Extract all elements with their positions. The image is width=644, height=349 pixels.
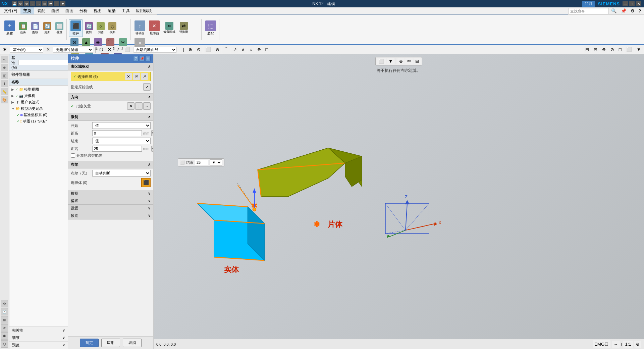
sidebar-icon-extra[interactable]: ✱ — [1, 332, 8, 340]
ribbon-btn-delete-face[interactable]: ✕ 删除面 — [147, 19, 161, 37]
start-type-select[interactable]: 值 — [92, 122, 151, 129]
qa-dropdown-btn[interactable]: ▼ — [60, 1, 65, 6]
filter-select[interactable]: 无选择过滤器 — [53, 47, 93, 53]
start-unit-dropdown[interactable]: ▼ — [151, 130, 153, 136]
nav-item-camera[interactable]: ▶ ✓ 📷 摄像机 — [10, 93, 67, 99]
ribbon-btn-new[interactable]: + 新建 — [3, 19, 17, 37]
tb-icon3[interactable]: ⊙ — [195, 46, 202, 53]
nav-bottom-details[interactable]: 细节 — [9, 334, 68, 342]
ribbon-btn-replace-face[interactable]: ⇄ 替换面 — [177, 21, 190, 35]
nav-filter-input[interactable] — [18, 60, 68, 65]
ribbon-btn-extrude[interactable]: ⬛ 拉伸 — [69, 19, 83, 37]
tb-icon1[interactable]: | — [181, 46, 185, 53]
sidebar-icon-view[interactable]: 👁 — [1, 324, 8, 332]
ribbon-btn-chamfer[interactable]: ◇ 倒斜 — [107, 21, 118, 36]
sidebar-icon-layer[interactable]: ◫ — [1, 72, 8, 79]
qa-fwd-btn[interactable]: → — [36, 1, 41, 6]
start-distance-input[interactable] — [92, 130, 142, 136]
status-emg-btn[interactable]: EMG口 — [593, 340, 610, 348]
section-settings[interactable]: 设置 — [68, 205, 153, 212]
tb-right7[interactable]: ▼ — [635, 46, 643, 53]
section-offset[interactable]: 偏置 — [68, 197, 153, 205]
tb-right1[interactable]: ⊞ — [584, 46, 591, 53]
sidebar-icon-clock[interactable]: 🕐 — [1, 308, 8, 315]
ribbon-btn-revolve[interactable]: 🔄 旋转 — [83, 21, 95, 36]
nav-item-model-views[interactable]: ▶ ✓ 📁 模型视图 — [10, 86, 67, 93]
menu-help-btn[interactable]: ? — [637, 7, 643, 14]
menu-file[interactable]: 文件(F) — [1, 7, 20, 14]
tb-curve-btn1[interactable]: ⬡ — [98, 46, 105, 53]
qa-extra-btn[interactable]: ⊞ — [42, 1, 47, 6]
curve-remove-btn[interactable]: ✕ — [125, 73, 132, 80]
end-type-select[interactable]: 值 — [92, 138, 151, 144]
ec-unit-select[interactable]: ▼ — [210, 159, 222, 165]
sidebar-icon-mesh[interactable]: ⊞ — [1, 316, 8, 323]
search-btn[interactable]: 🔍 — [609, 7, 619, 14]
vector-clear-btn[interactable]: ✕ — [127, 102, 135, 110]
menu-home[interactable]: 主页 — [20, 7, 34, 14]
tb-curve-btn2[interactable]: ✕ — [106, 46, 113, 53]
ribbon-btn-assembly[interactable]: ⬚ 装配 — [204, 19, 218, 37]
tb-right4[interactable]: ⊙ — [609, 46, 616, 53]
tb-icon9[interactable]: ○ — [248, 46, 254, 53]
sidebar-icon-snap[interactable]: ⊕ — [1, 64, 8, 71]
tb-right6[interactable]: ⬜ — [625, 46, 634, 53]
curve-copy-btn[interactable]: ⎘ — [133, 73, 140, 80]
menu-surface[interactable]: 曲面 — [63, 7, 76, 14]
tb-right5[interactable]: □ — [617, 46, 623, 53]
end-unit-dropdown[interactable]: ▼ — [151, 146, 153, 152]
section-draft[interactable]: 拔模 — [68, 190, 153, 197]
ribbon-btn-fillet[interactable]: ○ 倒圆 — [95, 21, 106, 36]
tb-curve-btn4[interactable]: ⬜ — [123, 46, 132, 53]
open-profile-checkbox[interactable] — [71, 153, 75, 158]
menu-curve[interactable]: 曲线 — [49, 7, 62, 14]
nav-item-sketch[interactable]: ✓ □ 草图 (1) "SKE" — [10, 118, 67, 124]
win-maximize-btn[interactable]: □ — [629, 1, 635, 6]
menu-analysis[interactable]: 分析 — [77, 7, 90, 14]
status-1to1-btn[interactable]: 1:1 — [623, 341, 633, 348]
confirm-btn[interactable]: 确定 — [80, 339, 99, 347]
status-fit-btn[interactable]: ⊕ — [634, 341, 641, 348]
vt-snap-btn[interactable]: ⊕ — [397, 58, 405, 64]
section-table-drive[interactable]: 表区域驱动 — [68, 63, 153, 70]
tb-icon8[interactable]: ∧ — [240, 46, 247, 53]
dialog-close-btn[interactable]: ✕ — [145, 56, 151, 61]
ribbon-btn-task[interactable]: 📋 任务 — [17, 21, 29, 36]
menu-tools[interactable]: 工具 — [119, 7, 132, 14]
section-preview[interactable]: 预览 — [68, 212, 153, 219]
qa-window-btn[interactable]: □ — [54, 1, 59, 6]
vector-settings-btn[interactable]: ↔ — [143, 102, 151, 110]
sidebar-icon-select[interactable]: ↖ — [1, 56, 8, 63]
menu-apps[interactable]: 应用模块 — [133, 7, 155, 14]
dialog-pin-btn[interactable]: 📌 — [139, 56, 145, 61]
command-search[interactable] — [569, 8, 609, 14]
vt-view-btn[interactable]: 👁 — [405, 58, 413, 64]
nav-bottom-preview[interactable]: 预览 — [9, 342, 68, 349]
tb-icon10[interactable]: ⊕ — [256, 46, 263, 53]
vt-render-btn[interactable]: ⬜ — [377, 58, 386, 64]
tb-icon5[interactable]: ⊖ — [214, 46, 221, 53]
qa-redo-btn[interactable]: ↻ — [24, 1, 29, 6]
nav-bottom-relations[interactable]: 相关性 — [9, 327, 68, 334]
qa-undo-btn[interactable]: ↺ — [18, 1, 23, 6]
nav-item-model-history[interactable]: ▼ 📂 模型历史记录 — [10, 105, 67, 112]
sidebar-icon-measure[interactable]: 📏 — [1, 88, 8, 95]
tb-icon11[interactable]: □ — [264, 46, 270, 53]
menu-assembly[interactable]: 装配 — [35, 7, 48, 14]
origin-curve-action-btn[interactable]: ↗ — [143, 83, 151, 91]
sidebar-icon-color[interactable]: 🎨 — [1, 96, 8, 103]
dialog-help-btn[interactable]: ? — [133, 56, 139, 61]
tb-snap-btn[interactable]: ✱ — [1, 46, 8, 53]
ec-value-input[interactable] — [195, 160, 208, 165]
menu-settings-btn[interactable]: ⚙ — [629, 7, 636, 14]
bool-type-select[interactable]: 自动判断 — [92, 170, 151, 177]
cancel-btn[interactable]: 取消 — [123, 339, 142, 347]
ribbon-btn-update[interactable]: 🔄 更新 — [42, 21, 53, 36]
vt-orient-btn[interactable]: ⊞ — [414, 58, 421, 64]
filter-clear-btn[interactable]: ✕ — [45, 46, 52, 53]
curve-type-select[interactable]: 自动判断曲线 — [133, 47, 177, 53]
viewport-3d[interactable]: ⬜ ▼ ⊕ 👁 ⊞ 将不执行任何布尔运算。 ⬜ 结束 ▼ — [154, 54, 644, 349]
bool-select-icon[interactable]: ⬛ — [141, 178, 151, 187]
menu-pin-btn[interactable]: 📌 — [619, 7, 628, 14]
menu-view[interactable]: 视图 — [91, 7, 104, 14]
